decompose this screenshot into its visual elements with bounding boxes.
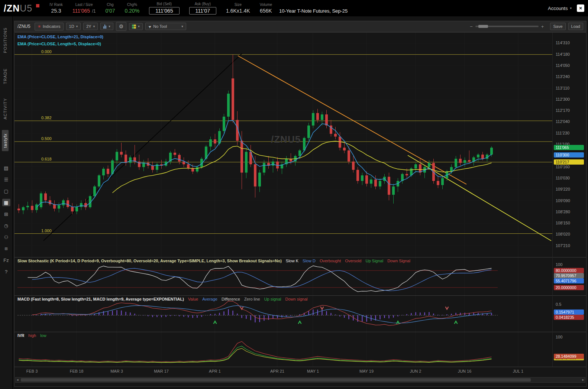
help-icon[interactable]: ? — [2, 268, 10, 275]
ivr-canvas[interactable] — [14, 332, 552, 367]
legend-item-low: low — [40, 333, 46, 338]
range-dropdown[interactable]: 2Y ▾ — [83, 23, 98, 30]
save-button[interactable]: Save — [550, 23, 565, 30]
zoom-slider-handle[interactable] — [478, 25, 488, 28]
time-label-feb-3: FEB 3 — [19, 369, 45, 373]
axis-label: 111'230 — [556, 131, 569, 135]
field-value[interactable]: 111'065 — [149, 7, 179, 14]
legend-item-difference: Difference — [222, 297, 240, 301]
axis-label: 112'300 — [556, 97, 570, 101]
chart-scrollbar[interactable]: ◂ ▸ — [15, 377, 585, 383]
axis-label: 108'020 — [556, 232, 570, 236]
accounts-menu[interactable]: Accounts ▾ — [548, 6, 572, 11]
package-icon[interactable]: ⧈ — [2, 245, 10, 252]
stochastic-canvas[interactable] — [14, 257, 552, 295]
price-badge: 20.0000000 — [554, 285, 584, 290]
chevron-down-icon: ▾ — [570, 6, 572, 10]
sidebar-tab-positions[interactable]: POSITIONS — [3, 27, 7, 53]
time-label-mar-3: MAR 3 — [104, 369, 130, 373]
symbol-title: /ZN U5 — [4, 3, 32, 14]
alert-badge — [36, 4, 39, 7]
svg-text:1.000: 1.000 — [41, 228, 52, 233]
sidebar-tab-activity[interactable]: ACTIVITY — [3, 98, 7, 120]
time-axis[interactable]: FEB 3FEB 18MAR 3MAR 17APR 1APR 21MAY 1MA… — [14, 367, 552, 376]
field-suffix: /1 — [91, 9, 96, 14]
ivr-pane[interactable]: IVRhighlow — [14, 332, 552, 367]
sidebar-tab-tastyfx[interactable]: tastyfx — [2, 130, 9, 151]
field-value: 0'07 — [105, 8, 115, 14]
grid-layout-dropdown[interactable]: ▾ — [129, 23, 143, 30]
axis-label: 114'310 — [556, 40, 570, 45]
panel-title: Slow Stochastic (K Period=14, D Period=9… — [17, 259, 282, 263]
chevron-down-icon: ▾ — [138, 25, 140, 28]
load-button[interactable]: Load — [568, 23, 583, 30]
axis-label: 0.5 — [556, 302, 561, 307]
chart-type-dropdown[interactable]: ▾ — [100, 23, 113, 30]
zoom-out-icon[interactable]: − — [470, 24, 473, 29]
legend-item-oversold: Oversold — [345, 259, 361, 263]
timeframe-dropdown[interactable]: 1D ▾ — [66, 23, 81, 30]
chart-icon[interactable]: ▦ — [2, 199, 10, 206]
stochastic-legend: Slow Stochastic (K Period=14, D Period=9… — [17, 259, 410, 263]
zoom-slider[interactable] — [475, 26, 539, 27]
scroll-left-icon[interactable]: ◂ — [17, 378, 19, 382]
range-value: 2Y — [86, 24, 91, 29]
app-icon[interactable]: ✕ — [577, 4, 584, 12]
toolbar-symbol: /ZNU5 — [17, 24, 30, 29]
field-value[interactable]: 111'07 — [189, 7, 217, 14]
watchlist-icon[interactable]: ☰ — [2, 176, 10, 183]
legend-item-zero-line: Zero line — [244, 297, 260, 301]
header-field-bid-sell: Bid (Sell)111'065 — [149, 2, 179, 14]
axis-label: 113'240 — [556, 74, 570, 79]
stochastic-pane[interactable]: Slow Stochastic (K Period=14, D Period=9… — [14, 257, 552, 295]
field-label: Size — [235, 3, 242, 7]
sidebar-icons: ▤☰▢▦⊞◷⚇⧈Fz? — [0, 164, 12, 275]
zoom-in-icon[interactable]: + — [541, 24, 544, 29]
price-pane[interactable]: 0.0000.3820.5000.6181.000 EMA (Price=CLO… — [14, 33, 552, 257]
price-axis[interactable]: 114'310114'180114'050113'240113'110112'3… — [552, 33, 586, 367]
indicators-button[interactable]: ✳ Indicators — [35, 23, 64, 30]
chart-toolbar: /ZNU5 ✳ Indicators 1D ▾ 2Y ▾ ▾ ⚙ — [14, 21, 587, 32]
price-badge: 110'300 — [554, 152, 584, 158]
gear-icon: ⚙ — [119, 23, 124, 29]
study-labels: EMA (Price=CLOSE, Length=21, Displace=0)… — [17, 35, 103, 49]
load-label: Load — [571, 24, 580, 29]
accounts-label: Accounts — [548, 6, 568, 11]
chart-settings-button[interactable]: ⚙ — [116, 22, 127, 31]
left-sidebar: POSITIONSTRADEACTIVITYtastyfx▤☰▢▦⊞◷⚇⧈Fz? — [0, 16, 13, 389]
scrollbar-thumb[interactable] — [21, 378, 531, 382]
price-badge: 0.1547971 — [554, 309, 584, 315]
header-field-iv-rank: IV Rank25.3 — [49, 3, 63, 14]
legend-item-up-signal: Up Signal — [365, 259, 383, 263]
axis-label: 113'110 — [556, 86, 569, 90]
indicators-icon: ✳ — [38, 24, 41, 29]
svg-text:0.500: 0.500 — [41, 136, 52, 141]
social-icon[interactable]: ⚇ — [2, 233, 10, 241]
timeframe-value: 1D — [69, 24, 74, 29]
contract-description: 10-Year T-Note Futures, Sep-25 — [279, 8, 348, 14]
axis-label: 109'090 — [556, 198, 570, 203]
history-icon[interactable]: ◷ — [2, 222, 10, 229]
time-label-apr-21: APR 21 — [264, 369, 290, 373]
chevron-down-icon: ▾ — [93, 25, 95, 28]
save-label: Save — [553, 24, 562, 29]
drawing-tool-dropdown[interactable]: ➤ No Tool ▾ — [145, 23, 186, 30]
apps-grid-icon[interactable]: ⊞ — [2, 210, 10, 218]
ema-label: EMA (Price=CLOSE, Length=21, Displace=0) — [17, 35, 103, 39]
axis-label: 114'180 — [556, 52, 570, 56]
price-badge: 110'217 — [554, 159, 584, 165]
orders-icon[interactable]: ▢ — [2, 187, 10, 195]
legend-item-high: high — [28, 333, 36, 338]
axis-label: 109'220 — [556, 187, 570, 191]
axis-label: 100 — [556, 335, 562, 339]
scroll-right-icon[interactable]: ▸ — [582, 378, 584, 382]
price-badge: 28.1484099 — [554, 354, 584, 359]
fx-icon[interactable]: Fz — [2, 256, 10, 264]
panel-title: MACD (Fast length=8, Slow length=21, MAC… — [17, 297, 184, 301]
header-field-size: Size1.6Kx1.4K — [226, 3, 250, 14]
macd-pane[interactable]: MACD (Fast length=8, Slow length=21, MAC… — [14, 296, 552, 332]
header-field-ask-buy: Ask (Buy)111'07 — [189, 2, 217, 14]
sidebar-tab-trade[interactable]: TRADE — [3, 68, 7, 84]
journal-icon[interactable]: ▤ — [2, 164, 10, 172]
symbol-root: /ZN — [4, 3, 20, 14]
